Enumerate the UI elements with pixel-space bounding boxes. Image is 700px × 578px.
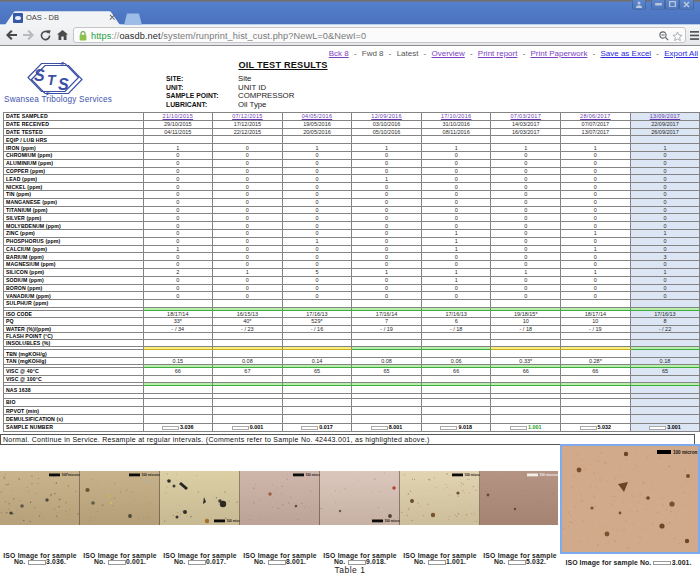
svg-text:100 microns: 100 microns [227, 519, 241, 523]
svg-text:S: S [34, 67, 45, 84]
svg-text:100 microns: 100 microns [540, 473, 559, 477]
svg-text:T: T [47, 72, 57, 88]
svg-text:100 microns: 100 microns [465, 473, 481, 477]
svg-text:100 micron: 100 micron [673, 450, 697, 455]
svg-text:100 microns: 100 microns [385, 519, 401, 523]
svg-text:S: S [58, 76, 69, 93]
svg-text:100 microns: 100 microns [306, 473, 321, 477]
svg-text:100 microns: 100 microns [62, 473, 81, 477]
svg-text:100 microns: 100 microns [142, 473, 161, 477]
